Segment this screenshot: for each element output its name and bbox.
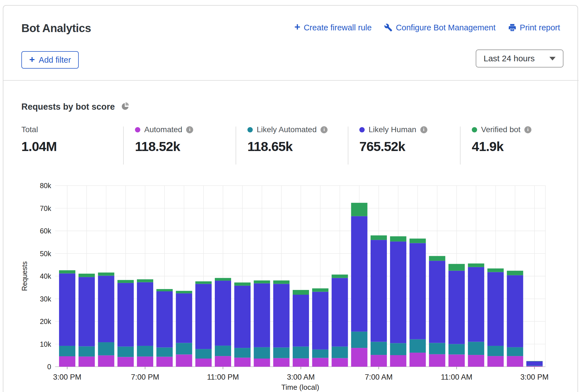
stat-divider [348,127,348,165]
stat-automated: Automated i 118.52k [135,125,193,154]
plus-icon: + [29,55,35,64]
requests-by-bot-score-chart: 010k20k30k40k50k60k70k80k3:00 PM7:00 PM1… [0,174,582,392]
svg-text:60k: 60k [40,227,51,235]
svg-text:3:00 AM: 3:00 AM [287,373,315,381]
create-firewall-rule-label: Create firewall rule [304,23,372,32]
create-firewall-rule-link[interactable]: + Create firewall rule [294,22,372,33]
info-icon[interactable]: i [420,126,427,133]
section-title: Requests by bot score [21,102,115,112]
stat-total: Total 1.04M [21,125,57,154]
stat-automated-label: Automated [144,125,182,134]
plus-icon: + [294,22,300,32]
svg-text:70k: 70k [40,204,51,212]
stat-likely-automated-label: Likely Automated [257,125,317,134]
svg-text:7:00 PM: 7:00 PM [131,373,159,381]
printer-icon [508,23,516,32]
configure-bot-management-label: Configure Bot Management [396,23,496,32]
page-title: Bot Analytics [21,22,91,35]
svg-text:50k: 50k [40,250,51,258]
stat-divider [123,127,124,165]
stat-divider [236,127,236,165]
add-filter-label: Add filter [39,55,71,65]
svg-text:7:00 AM: 7:00 AM [365,373,392,381]
svg-text:20k: 20k [40,317,51,325]
stat-verified-bot: Verified bot i 41.9k [472,125,531,154]
print-report-link[interactable]: Print report [508,23,560,32]
configure-bot-management-link[interactable]: Configure Bot Management [384,23,496,32]
stat-verified-bot-value: 41.9k [472,139,531,154]
svg-text:11:00 PM: 11:00 PM [207,373,239,381]
pie-chart-icon [121,102,129,112]
svg-text:30k: 30k [40,295,51,303]
svg-text:80k: 80k [40,182,51,190]
svg-text:Requests: Requests [21,261,28,291]
bot-analytics-page: Bot Analytics + Create firewall rule Con… [0,0,582,392]
bot-score-chart-svg[interactable]: 010k20k30k40k50k60k70k80k3:00 PM7:00 PM1… [0,174,582,392]
info-icon[interactable]: i [186,126,193,133]
stat-likely-human-value: 765.52k [359,139,427,154]
stat-total-label: Total [21,125,38,134]
time-range-value: Last 24 hours [484,54,535,63]
stat-automated-value: 118.52k [135,139,193,154]
add-filter-button[interactable]: + Add filter [21,51,79,69]
header-divider [3,80,579,81]
svg-text:3:00 PM: 3:00 PM [53,373,82,381]
likely-automated-legend-dot [247,127,253,132]
svg-text:3:00 PM: 3:00 PM [520,373,549,381]
wrench-icon [384,23,392,32]
print-report-label: Print report [520,23,560,32]
chevron-down-icon [549,57,556,60]
stats-row: Total 1.04M Automated i 118.52k Likely A… [0,125,582,166]
time-range-dropdown[interactable]: Last 24 hours [476,49,563,67]
stat-likely-human-label: Likely Human [369,125,416,134]
likely-human-legend-dot [359,127,365,132]
header-actions: + Create firewall rule Configure Bot Man… [294,22,560,33]
stat-likely-automated: Likely Automated i 118.65k [247,125,328,154]
stat-total-value: 1.04M [21,139,57,154]
automated-legend-dot [135,127,140,132]
svg-text:11:00 AM: 11:00 AM [441,373,472,381]
svg-text:40k: 40k [40,272,51,280]
svg-text:0: 0 [47,363,51,371]
verified-bot-legend-dot [472,127,477,132]
stat-verified-bot-label: Verified bot [481,125,520,134]
svg-text:10k: 10k [40,340,51,348]
stat-likely-human: Likely Human i 765.52k [359,125,427,154]
svg-text:Time (local): Time (local) [281,383,319,391]
stat-likely-automated-value: 118.65k [247,139,328,154]
info-icon[interactable]: i [321,126,328,133]
info-icon[interactable]: i [524,126,531,133]
stat-divider [460,127,461,165]
